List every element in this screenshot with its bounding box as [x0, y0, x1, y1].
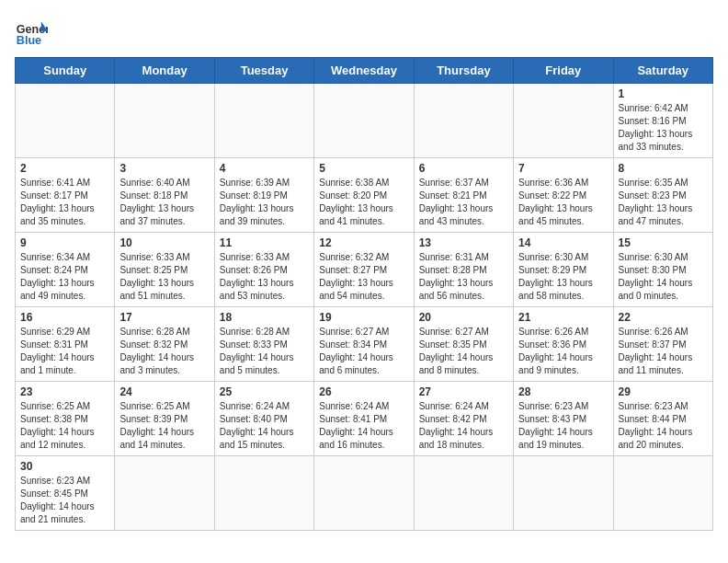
calendar-cell: 25Sunrise: 6:24 AM Sunset: 8:40 PM Dayli…	[214, 382, 313, 456]
day-info: Sunrise: 6:32 AM Sunset: 8:27 PM Dayligh…	[319, 251, 408, 303]
day-info: Sunrise: 6:29 AM Sunset: 8:31 PM Dayligh…	[20, 326, 109, 377]
day-info: Sunrise: 6:37 AM Sunset: 8:21 PM Dayligh…	[419, 177, 508, 228]
day-number: 15	[619, 236, 708, 249]
day-number: 27	[419, 385, 508, 398]
day-number: 12	[319, 236, 408, 249]
weekday-header-saturday: Saturday	[613, 58, 712, 84]
calendar-cell: 8Sunrise: 6:35 AM Sunset: 8:23 PM Daylig…	[613, 158, 712, 233]
day-number: 1	[619, 87, 708, 100]
calendar-cell	[414, 84, 513, 158]
day-number: 25	[220, 385, 309, 398]
calendar-cell: 27Sunrise: 6:24 AM Sunset: 8:42 PM Dayli…	[414, 382, 513, 456]
calendar-cell	[214, 84, 313, 158]
calendar-cell: 5Sunrise: 6:38 AM Sunset: 8:20 PM Daylig…	[314, 158, 414, 233]
day-number: 11	[220, 236, 309, 249]
day-info: Sunrise: 6:24 AM Sunset: 8:42 PM Dayligh…	[419, 400, 508, 452]
day-info: Sunrise: 6:25 AM Sunset: 8:39 PM Dayligh…	[119, 400, 209, 452]
calendar-cell: 22Sunrise: 6:26 AM Sunset: 8:37 PM Dayli…	[613, 307, 712, 382]
logo-icon: General Blue	[15, 15, 48, 48]
calendar-header-row: SundayMondayTuesdayWednesdayThursdayFrid…	[16, 58, 713, 84]
day-info: Sunrise: 6:25 AM Sunset: 8:38 PM Dayligh…	[20, 400, 109, 452]
day-number: 9	[20, 236, 109, 249]
day-number: 4	[220, 162, 309, 175]
day-info: Sunrise: 6:33 AM Sunset: 8:25 PM Dayligh…	[119, 251, 209, 303]
calendar-cell: 11Sunrise: 6:33 AM Sunset: 8:26 PM Dayli…	[214, 233, 313, 307]
day-info: Sunrise: 6:38 AM Sunset: 8:20 PM Dayligh…	[319, 177, 408, 228]
calendar-cell: 10Sunrise: 6:33 AM Sunset: 8:25 PM Dayli…	[115, 233, 214, 307]
calendar-cell	[115, 84, 214, 158]
calendar-week-1: 1Sunrise: 6:42 AM Sunset: 8:16 PM Daylig…	[16, 84, 713, 158]
calendar-cell: 20Sunrise: 6:27 AM Sunset: 8:35 PM Dayli…	[414, 307, 513, 382]
svg-text:Blue: Blue	[17, 34, 41, 47]
calendar-cell	[16, 84, 115, 158]
day-number: 23	[20, 385, 109, 398]
day-number: 30	[20, 460, 109, 473]
weekday-header-tuesday: Tuesday	[214, 58, 313, 84]
calendar-cell: 23Sunrise: 6:25 AM Sunset: 8:38 PM Dayli…	[16, 382, 115, 456]
day-info: Sunrise: 6:24 AM Sunset: 8:40 PM Dayligh…	[220, 400, 309, 452]
day-info: Sunrise: 6:42 AM Sunset: 8:16 PM Dayligh…	[619, 102, 708, 154]
calendar-cell: 7Sunrise: 6:36 AM Sunset: 8:22 PM Daylig…	[514, 158, 613, 233]
day-info: Sunrise: 6:41 AM Sunset: 8:17 PM Dayligh…	[20, 177, 109, 228]
day-number: 16	[20, 311, 109, 324]
day-number: 2	[20, 162, 109, 175]
calendar-cell: 24Sunrise: 6:25 AM Sunset: 8:39 PM Dayli…	[115, 382, 214, 456]
day-number: 26	[319, 385, 408, 398]
day-info: Sunrise: 6:27 AM Sunset: 8:34 PM Dayligh…	[319, 326, 408, 377]
calendar-cell: 3Sunrise: 6:40 AM Sunset: 8:18 PM Daylig…	[115, 158, 214, 233]
calendar-week-2: 2Sunrise: 6:41 AM Sunset: 8:17 PM Daylig…	[16, 158, 713, 233]
day-info: Sunrise: 6:23 AM Sunset: 8:44 PM Dayligh…	[619, 400, 708, 452]
day-number: 21	[518, 311, 608, 324]
calendar-cell: 28Sunrise: 6:23 AM Sunset: 8:43 PM Dayli…	[514, 382, 613, 456]
day-number: 3	[119, 162, 209, 175]
day-number: 10	[119, 236, 209, 249]
calendar-cell	[314, 456, 414, 531]
day-number: 17	[119, 311, 209, 324]
day-number: 24	[119, 385, 209, 398]
day-info: Sunrise: 6:23 AM Sunset: 8:43 PM Dayligh…	[518, 400, 608, 452]
day-info: Sunrise: 6:36 AM Sunset: 8:22 PM Dayligh…	[518, 177, 608, 228]
calendar-week-3: 9Sunrise: 6:34 AM Sunset: 8:24 PM Daylig…	[16, 233, 713, 307]
calendar-cell: 13Sunrise: 6:31 AM Sunset: 8:28 PM Dayli…	[414, 233, 513, 307]
day-info: Sunrise: 6:30 AM Sunset: 8:30 PM Dayligh…	[619, 251, 708, 303]
calendar-cell: 15Sunrise: 6:30 AM Sunset: 8:30 PM Dayli…	[613, 233, 712, 307]
calendar-cell: 1Sunrise: 6:42 AM Sunset: 8:16 PM Daylig…	[613, 84, 712, 158]
calendar-cell	[214, 456, 313, 531]
calendar-week-4: 16Sunrise: 6:29 AM Sunset: 8:31 PM Dayli…	[16, 307, 713, 382]
calendar-cell	[514, 456, 613, 531]
day-info: Sunrise: 6:30 AM Sunset: 8:29 PM Dayligh…	[518, 251, 608, 303]
day-info: Sunrise: 6:28 AM Sunset: 8:32 PM Dayligh…	[119, 326, 209, 377]
calendar-cell: 14Sunrise: 6:30 AM Sunset: 8:29 PM Dayli…	[514, 233, 613, 307]
day-number: 22	[619, 311, 708, 324]
calendar-cell	[314, 84, 414, 158]
calendar-cell: 16Sunrise: 6:29 AM Sunset: 8:31 PM Dayli…	[16, 307, 115, 382]
logo: General Blue	[15, 15, 48, 48]
weekday-header-wednesday: Wednesday	[314, 58, 414, 84]
calendar-cell: 29Sunrise: 6:23 AM Sunset: 8:44 PM Dayli…	[613, 382, 712, 456]
calendar-cell: 17Sunrise: 6:28 AM Sunset: 8:32 PM Dayli…	[115, 307, 214, 382]
day-number: 7	[518, 162, 608, 175]
calendar-week-5: 23Sunrise: 6:25 AM Sunset: 8:38 PM Dayli…	[16, 382, 713, 456]
day-info: Sunrise: 6:26 AM Sunset: 8:37 PM Dayligh…	[619, 326, 708, 377]
calendar-cell: 4Sunrise: 6:39 AM Sunset: 8:19 PM Daylig…	[214, 158, 313, 233]
day-info: Sunrise: 6:40 AM Sunset: 8:18 PM Dayligh…	[119, 177, 209, 228]
day-number: 14	[518, 236, 608, 249]
day-number: 20	[419, 311, 508, 324]
day-info: Sunrise: 6:39 AM Sunset: 8:19 PM Dayligh…	[220, 177, 309, 228]
day-info: Sunrise: 6:35 AM Sunset: 8:23 PM Dayligh…	[619, 177, 708, 228]
day-number: 28	[518, 385, 608, 398]
calendar-cell: 21Sunrise: 6:26 AM Sunset: 8:36 PM Dayli…	[514, 307, 613, 382]
calendar-cell: 12Sunrise: 6:32 AM Sunset: 8:27 PM Dayli…	[314, 233, 414, 307]
day-number: 29	[619, 385, 708, 398]
weekday-header-thursday: Thursday	[414, 58, 513, 84]
calendar-cell	[613, 456, 712, 531]
weekday-header-monday: Monday	[115, 58, 214, 84]
calendar-cell	[414, 456, 513, 531]
day-info: Sunrise: 6:24 AM Sunset: 8:41 PM Dayligh…	[319, 400, 408, 452]
weekday-header-friday: Friday	[514, 58, 613, 84]
calendar-cell: 30Sunrise: 6:23 AM Sunset: 8:45 PM Dayli…	[16, 456, 115, 531]
page-header: General Blue	[15, 15, 713, 48]
calendar-cell	[514, 84, 613, 158]
calendar-cell: 2Sunrise: 6:41 AM Sunset: 8:17 PM Daylig…	[16, 158, 115, 233]
day-number: 8	[619, 162, 708, 175]
